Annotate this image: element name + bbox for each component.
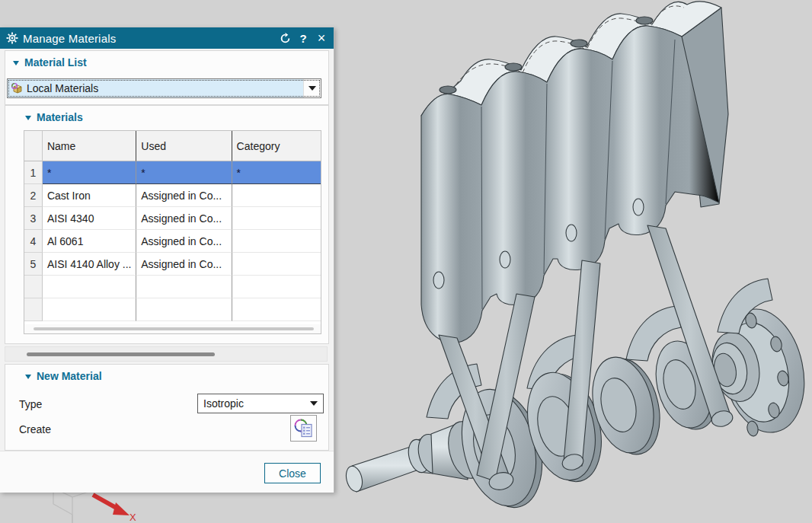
cell-name[interactable]: Al 6061 — [43, 230, 136, 253]
materials-group: Materials Name Used Category 1 * * * 2 — [5, 105, 329, 344]
table-header-row: Name Used Category — [24, 131, 321, 161]
table-horizontal-scrollbar[interactable] — [24, 324, 321, 333]
dialog-title: Manage Materials — [23, 32, 276, 45]
material-list-dropdown-value: Local Materials — [27, 82, 303, 94]
dialog-close-icon-button[interactable]: × — [312, 27, 331, 49]
new-material-header[interactable]: New Material — [25, 370, 102, 382]
dialog-titlebar[interactable]: Manage Materials ? × — [0, 27, 334, 49]
row-number: 1 — [24, 161, 43, 184]
application-window: X Manage Materials — [0, 0, 812, 523]
table-row[interactable]: 2 Cast Iron Assigned in Co... — [24, 184, 321, 207]
table-row[interactable]: 4 Al 6061 Assigned in Co... — [24, 230, 321, 253]
table-row[interactable]: 3 AISI 4340 Assigned in Co... — [24, 207, 321, 230]
x-axis-label: X — [129, 512, 136, 523]
type-label: Type — [19, 398, 42, 410]
cell-used[interactable]: * — [136, 161, 232, 184]
table-row-empty[interactable] — [24, 298, 321, 321]
type-dropdown[interactable]: Isotropic — [197, 394, 324, 413]
create-material-button[interactable] — [290, 415, 317, 442]
material-list-header-label: Material List — [24, 56, 87, 69]
local-materials-icon — [11, 82, 23, 94]
material-list-header[interactable]: Material List — [13, 56, 87, 69]
row-number: 3 — [24, 207, 43, 230]
cell-name[interactable]: * — [43, 161, 136, 184]
material-list-dropdown-arrow[interactable] — [303, 79, 321, 97]
chevron-down-icon — [310, 401, 318, 406]
table-row-empty[interactable] — [24, 276, 321, 298]
reset-button[interactable] — [276, 27, 294, 49]
collapse-caret-icon — [25, 116, 31, 120]
table-row[interactable]: 5 AISI 4140 Alloy ... Assigned in Co... — [24, 253, 321, 276]
reset-icon — [280, 33, 291, 44]
dialog-horizontal-scrollbar[interactable] — [5, 346, 328, 362]
cell-name[interactable]: AISI 4340 — [43, 207, 136, 230]
cell-used[interactable]: Assigned in Co... — [136, 207, 232, 230]
cell-name[interactable]: Cast Iron — [43, 184, 136, 207]
materials-table: Name Used Category 1 * * * 2 Cast Iron A… — [24, 130, 321, 334]
manage-materials-dialog: Manage Materials ? × Material List — [0, 27, 334, 493]
help-button[interactable]: ? — [294, 27, 312, 49]
cell-category[interactable] — [232, 207, 321, 230]
scrollbar-thumb[interactable] — [34, 327, 314, 330]
materials-header-label: Materials — [37, 111, 83, 123]
dialog-footer: Close — [0, 451, 334, 493]
material-list-group: Material List Local Materials — [5, 50, 329, 105]
column-header-category: Category — [232, 131, 321, 161]
header-row-number — [24, 131, 43, 161]
create-label: Create — [19, 423, 51, 435]
cell-used[interactable]: Assigned in Co... — [136, 230, 232, 253]
column-header-used: Used — [136, 131, 232, 161]
cell-category[interactable]: * — [232, 161, 321, 184]
cell-used[interactable]: Assigned in Co... — [136, 184, 232, 207]
collapse-caret-icon — [13, 61, 19, 65]
new-material-group: New Material Type Isotropic Create — [5, 364, 329, 451]
cell-used[interactable]: Assigned in Co... — [136, 253, 232, 276]
column-header-name: Name — [43, 131, 136, 161]
close-button[interactable]: Close — [264, 463, 321, 483]
material-list-dropdown[interactable]: Local Materials — [7, 78, 321, 98]
row-number: 5 — [24, 253, 43, 276]
cell-category[interactable] — [232, 253, 321, 276]
table-row[interactable]: 1 * * * — [24, 161, 321, 184]
cell-category[interactable] — [232, 184, 321, 207]
type-dropdown-value: Isotropic — [198, 397, 305, 410]
scrollbar-thumb[interactable] — [27, 352, 215, 356]
collapse-caret-icon — [25, 375, 31, 379]
chevron-down-icon — [308, 86, 316, 91]
cell-name[interactable]: AISI 4140 Alloy ... — [43, 253, 136, 276]
new-material-header-label: New Material — [37, 370, 102, 382]
materials-header[interactable]: Materials — [25, 111, 83, 123]
gear-icon — [6, 32, 18, 44]
row-number: 4 — [24, 230, 43, 253]
cell-category[interactable] — [232, 230, 321, 253]
row-number: 2 — [24, 184, 43, 207]
create-material-icon — [293, 418, 314, 438]
type-dropdown-arrow[interactable] — [305, 401, 323, 406]
